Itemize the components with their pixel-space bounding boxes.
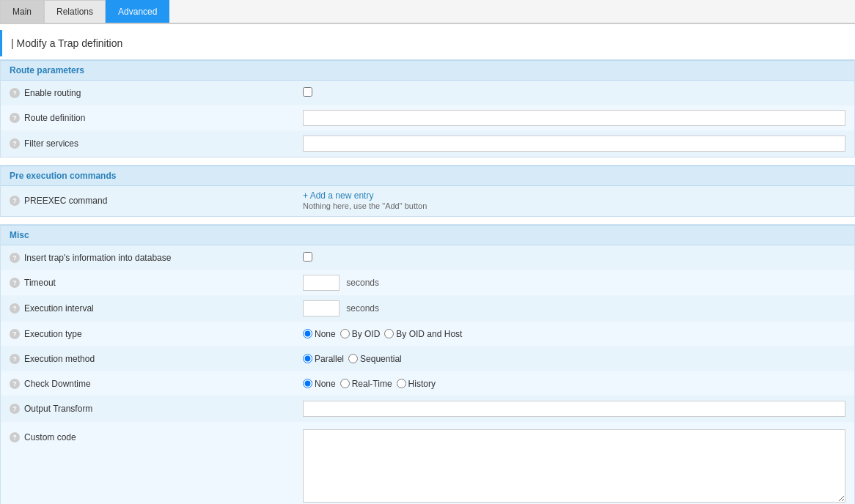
custom-code-value bbox=[303, 429, 845, 504]
route-definition-label: ? Route definition bbox=[10, 113, 303, 123]
insert-trap-value bbox=[303, 252, 845, 264]
pre-execution-section: Pre execution commands ? PREEXEC command… bbox=[0, 165, 855, 217]
output-transform-help-icon[interactable]: ? bbox=[10, 404, 20, 414]
route-definition-input[interactable] bbox=[303, 110, 845, 126]
tab-advanced[interactable]: Advanced bbox=[106, 0, 169, 23]
check-downtime-history-label[interactable]: History bbox=[397, 379, 436, 389]
execution-method-sequential-label[interactable]: Sequential bbox=[348, 354, 402, 364]
execution-interval-seconds-label: seconds bbox=[346, 303, 379, 314]
execution-method-label: ? Execution method bbox=[10, 354, 303, 364]
preexec-command-value: + Add a new entry Nothing here, use the … bbox=[303, 190, 845, 211]
route-definition-row: ? Route definition bbox=[1, 105, 854, 131]
execution-method-parallel-label[interactable]: Parallel bbox=[303, 354, 344, 364]
execution-type-none-radio[interactable] bbox=[303, 329, 312, 338]
execution-interval-row: ? Execution interval seconds bbox=[1, 296, 854, 322]
timeout-value: seconds bbox=[303, 275, 845, 291]
filter-services-value bbox=[303, 136, 845, 152]
custom-code-label: ? Custom code bbox=[10, 432, 303, 442]
timeout-row: ? Timeout seconds bbox=[1, 270, 854, 296]
execution-type-label: ? Execution type bbox=[10, 329, 303, 339]
execution-interval-label: ? Execution interval bbox=[10, 303, 303, 314]
pre-execution-header: Pre execution commands bbox=[1, 166, 854, 186]
enable-routing-help-icon[interactable]: ? bbox=[10, 88, 20, 98]
timeout-help-icon[interactable]: ? bbox=[10, 278, 20, 288]
execution-method-help-icon[interactable]: ? bbox=[10, 354, 20, 364]
insert-trap-help-icon[interactable]: ? bbox=[10, 253, 20, 263]
output-transform-input[interactable] bbox=[303, 401, 845, 417]
filter-services-label: ? Filter services bbox=[10, 138, 303, 149]
check-downtime-realtime-radio[interactable] bbox=[340, 379, 350, 388]
execution-type-row: ? Execution type None By OID By OID and … bbox=[1, 322, 854, 346]
check-downtime-none-radio[interactable] bbox=[303, 379, 312, 388]
execution-type-help-icon[interactable]: ? bbox=[10, 329, 20, 339]
enable-routing-label: ? Enable routing bbox=[10, 88, 303, 98]
execution-interval-value: seconds bbox=[303, 300, 845, 316]
filter-services-help-icon[interactable]: ? bbox=[10, 138, 20, 149]
check-downtime-row: ? Check Downtime None Real-Time History bbox=[1, 371, 854, 396]
custom-code-textarea[interactable] bbox=[303, 429, 845, 503]
timeout-input[interactable] bbox=[303, 275, 340, 291]
check-downtime-realtime-label[interactable]: Real-Time bbox=[340, 379, 392, 389]
execution-interval-help-icon[interactable]: ? bbox=[10, 303, 20, 314]
custom-code-row: ? Custom code bbox=[1, 422, 854, 504]
execution-method-value: Parallel Sequential bbox=[303, 354, 845, 364]
preexec-command-label: ? PREEXEC command bbox=[10, 196, 303, 206]
check-downtime-help-icon[interactable]: ? bbox=[10, 379, 20, 389]
output-transform-value bbox=[303, 401, 845, 417]
execution-type-byoid-radio[interactable] bbox=[340, 329, 350, 338]
timeout-label: ? Timeout bbox=[10, 278, 303, 288]
route-definition-help-icon[interactable]: ? bbox=[10, 113, 20, 123]
timeout-seconds-label: seconds bbox=[346, 278, 379, 288]
execution-method-row: ? Execution method Parallel Sequential bbox=[1, 346, 854, 371]
misc-header: Misc bbox=[1, 225, 854, 245]
execution-type-byoid-label[interactable]: By OID bbox=[340, 329, 381, 339]
custom-code-help-icon[interactable]: ? bbox=[10, 432, 20, 442]
insert-trap-row: ? Insert trap's information into databas… bbox=[1, 245, 854, 270]
execution-type-value: None By OID By OID and Host bbox=[303, 329, 845, 339]
insert-trap-label: ? Insert trap's information into databas… bbox=[10, 253, 303, 263]
check-downtime-none-label[interactable]: None bbox=[303, 379, 336, 389]
check-downtime-label: ? Check Downtime bbox=[10, 379, 303, 389]
preexec-nothing-text: Nothing here, use the "Add" button bbox=[303, 201, 427, 210]
enable-routing-checkbox[interactable] bbox=[303, 87, 312, 97]
execution-type-byoidandhost-radio[interactable] bbox=[384, 329, 394, 338]
check-downtime-value: None Real-Time History bbox=[303, 379, 845, 389]
execution-interval-input[interactable] bbox=[303, 300, 340, 316]
enable-routing-row: ? Enable routing bbox=[1, 81, 854, 105]
execution-type-byoidandhost-label[interactable]: By OID and Host bbox=[384, 329, 462, 339]
tabs-bar: Main Relations Advanced bbox=[0, 0, 855, 24]
execution-type-none-label[interactable]: None bbox=[303, 329, 336, 339]
route-parameters-header: Route parameters bbox=[1, 60, 854, 81]
route-definition-value bbox=[303, 110, 845, 126]
tab-main[interactable]: Main bbox=[0, 0, 44, 23]
filter-services-row: ? Filter services bbox=[1, 131, 854, 157]
execution-method-sequential-radio[interactable] bbox=[348, 354, 358, 363]
preexec-command-help-icon[interactable]: ? bbox=[10, 196, 20, 206]
output-transform-row: ? Output Transform bbox=[1, 396, 854, 422]
page-title: | Modify a Trap definition bbox=[0, 30, 855, 56]
preexec-command-row: ? PREEXEC command + Add a new entry Noth… bbox=[1, 186, 854, 216]
misc-section: Misc ? Insert trap's information into da… bbox=[0, 224, 855, 504]
route-parameters-section: Route parameters ? Enable routing ? Rout… bbox=[0, 59, 855, 158]
insert-trap-checkbox[interactable] bbox=[303, 252, 312, 262]
execution-method-parallel-radio[interactable] bbox=[303, 354, 312, 363]
add-new-entry-link[interactable]: + Add a new entry bbox=[303, 190, 373, 201]
filter-services-input[interactable] bbox=[303, 136, 845, 152]
output-transform-label: ? Output Transform bbox=[10, 404, 303, 414]
enable-routing-value bbox=[303, 87, 845, 99]
check-downtime-history-radio[interactable] bbox=[397, 379, 406, 388]
tab-relations[interactable]: Relations bbox=[44, 0, 106, 23]
